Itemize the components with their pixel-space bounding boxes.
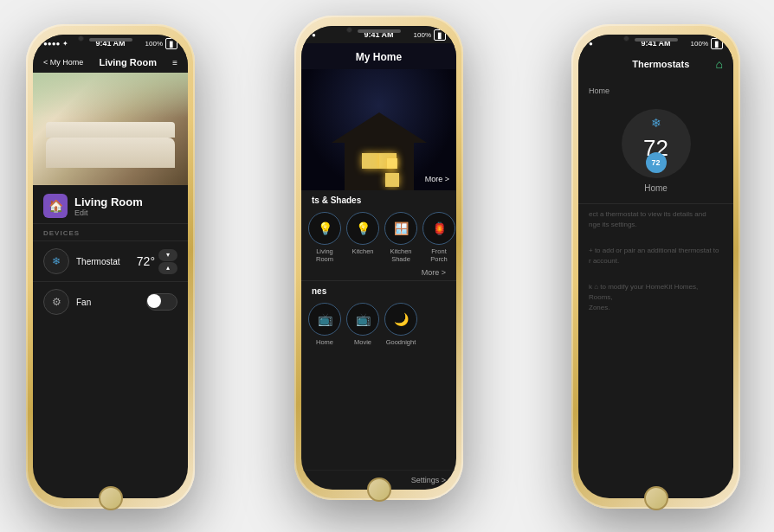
help-text-5: k ⌂ to modify your HomeKit Homes, Rooms,: [589, 282, 723, 303]
bluetooth-icon: ✦: [62, 40, 68, 48]
header-center: My Home: [301, 43, 456, 69]
thermostat-icon: ❄: [43, 248, 69, 274]
scene-circle-movie: 📺: [346, 303, 379, 336]
thermostat-display: ❄ 72 72 Home: [578, 99, 733, 203]
battery-icon-left: ▮: [165, 38, 177, 49]
room-name: Living Room: [74, 195, 143, 208]
lights-shades-title: ts & Shades: [301, 190, 456, 208]
temp-down-btn[interactable]: ▾: [158, 249, 177, 261]
room-icon: 🏠: [43, 194, 68, 218]
accessory-kitchen[interactable]: 💡 Kitchen: [346, 212, 379, 263]
accessory-circle-k: 💡: [346, 212, 379, 245]
kitchen-icon: 💡: [356, 221, 371, 235]
status-bar-left: ●●●● ✦ 9:41 AM 100% ▮: [33, 35, 188, 52]
temp-inner-value: 72: [651, 158, 660, 167]
thermostat-device-row: ❄ Thermostat 72° ▾ ▴: [33, 240, 188, 281]
more-button-top[interactable]: More >: [425, 175, 449, 183]
scene-movie[interactable]: 📺 Movie: [346, 303, 379, 346]
status-bar-center: ● 9:41 AM 100% ▮: [301, 26, 456, 43]
back-button[interactable]: < My Home: [43, 58, 83, 67]
room-info: 🏠 Living Room Edit: [33, 185, 188, 223]
accessory-circle-p: 🏮: [422, 212, 455, 245]
home-button-left[interactable]: [99, 486, 123, 510]
house-image: More >: [301, 69, 456, 190]
accessories-grid: 💡 LivingRoom 💡 Kitchen 🪟: [301, 208, 456, 266]
scene-home[interactable]: 📺 Home: [308, 303, 341, 346]
home-button-right[interactable]: [644, 486, 668, 510]
scenes-title: nes: [301, 281, 456, 299]
thermostat-temp: 72°: [137, 254, 155, 268]
phone-right: ● 9:41 AM 100% ▮ Thermostats ⌂ Home: [571, 24, 740, 509]
help-text-2: nge its settings.: [589, 220, 723, 230]
accessory-circle-lr: 💡: [308, 212, 341, 245]
room-edit-link[interactable]: Edit: [74, 208, 143, 217]
temp-controls: ▾ ▴: [158, 249, 177, 274]
temp-circle[interactable]: ❄ 72 72: [622, 109, 691, 178]
settings-link[interactable]: Settings >: [411, 476, 446, 484]
window-4: [385, 173, 399, 187]
house-roof: [332, 112, 427, 143]
accessory-label-p: FrontPorch: [430, 247, 448, 263]
temp-up-btn[interactable]: ▴: [158, 262, 177, 274]
home-button-center[interactable]: [367, 478, 391, 502]
chevron-down-icon: ▾: [166, 251, 170, 259]
wifi-icon-c: ●: [312, 31, 316, 39]
room-icon-glyph: 🏠: [48, 199, 63, 213]
devices-label: DEVICES: [33, 224, 188, 240]
window-1: [362, 153, 379, 169]
scene-home-icon: 📺: [318, 312, 332, 326]
scene-movie-icon: 📺: [356, 312, 371, 326]
thermostat-help: ect a thermostat to view its details and…: [578, 204, 733, 498]
status-bar-right: ● 9:41 AM 100% ▮: [578, 35, 733, 52]
scene-label-goodnight: Goodnight: [386, 338, 416, 346]
more-label-top: More >: [425, 175, 449, 183]
home-section-label: Home: [578, 76, 733, 99]
thermostats-title: Thermostats: [632, 59, 689, 69]
room-sofa-decor: [46, 138, 175, 168]
fan-toggle[interactable]: [146, 293, 177, 311]
snowflake-icon: ❄: [651, 116, 661, 130]
living-room-icon: 💡: [318, 221, 332, 235]
wifi-icon-r: ●: [589, 40, 593, 48]
home-title: My Home: [356, 51, 402, 63]
scene-label-movie: Movie: [354, 338, 371, 346]
help-text-3: + to add or pair an additional thermosta…: [589, 246, 723, 256]
nav-bar-left: < My Home Living Room ≡: [33, 52, 188, 73]
accessory-living-room[interactable]: 💡 LivingRoom: [308, 212, 341, 263]
fan-device-row: ⚙ Fan: [33, 281, 188, 322]
more-label-accessories[interactable]: More >: [422, 268, 446, 277]
thermostat-label: Thermostat: [76, 257, 137, 266]
fan-icon-glyph: ⚙: [52, 296, 61, 308]
header-right: Thermostats ⌂: [578, 52, 733, 76]
scenes-grid: 📺 Home 📺 Movie 🌙 Goodnig: [301, 299, 456, 349]
menu-icon[interactable]: ≡: [172, 58, 177, 67]
thermostat-icon-glyph: ❄: [52, 255, 61, 267]
accessory-porch[interactable]: 🏮 FrontPorch: [422, 212, 455, 263]
fan-label: Fan: [76, 298, 146, 307]
window-3: [387, 158, 397, 169]
accessory-label-lr: LivingRoom: [316, 247, 333, 263]
house-body: [345, 143, 414, 190]
phone-left: ●●●● ✦ 9:41 AM 100% ▮ < My Home Living R…: [26, 24, 195, 509]
chevron-up-icon: ▴: [166, 264, 170, 272]
accessory-shade[interactable]: 🪟 KitchenShade: [384, 212, 417, 263]
thermostat-home-label: Home: [644, 183, 668, 193]
home-kit-icon[interactable]: ⌂: [716, 57, 723, 71]
battery-text-right: 100%: [691, 40, 708, 48]
scene-goodnight-icon: 🌙: [394, 312, 409, 326]
help-text-6: Zones.: [589, 303, 723, 313]
room-image: [33, 73, 188, 185]
house-shape: [332, 121, 427, 190]
phone-center: ● 9:41 AM 100% ▮ My Home: [294, 16, 463, 500]
more-section: More >: [301, 266, 456, 280]
wifi-icon: ●●●●: [43, 40, 60, 48]
toggle-knob: [147, 294, 161, 308]
help-text-4: r account.: [589, 256, 723, 266]
shade-icon: 🪟: [394, 221, 409, 235]
scene-goodnight[interactable]: 🌙 Goodnight: [384, 303, 417, 346]
page-title-living-room: Living Room: [99, 57, 157, 67]
porch-icon: 🏮: [432, 221, 447, 235]
accessory-circle-s: 🪟: [384, 212, 417, 245]
home-section-text: Home: [589, 87, 610, 95]
battery-icon-right: ▮: [711, 38, 723, 49]
